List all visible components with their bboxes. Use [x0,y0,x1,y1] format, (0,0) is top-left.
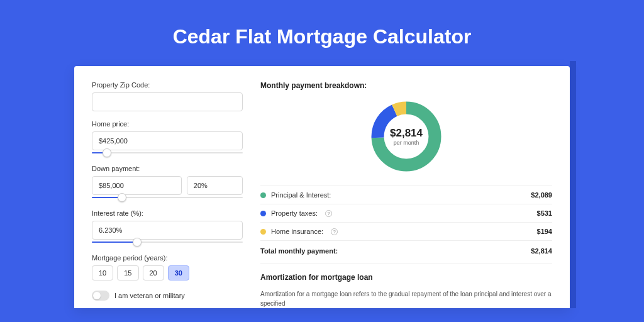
field-down-payment: Down payment: [92,165,243,201]
zip-input[interactable] [92,92,243,111]
total-value: $2,814 [531,247,552,255]
period-button-20[interactable]: 20 [143,265,164,280]
breakdown-panel: Monthly payment breakdown: $2,814 per mo… [260,81,552,308]
period-button-30[interactable]: 30 [168,265,189,280]
home-price-input[interactable] [92,131,243,150]
down-payment-slider[interactable] [92,194,243,201]
zip-label: Property Zip Code: [92,81,243,89]
donut-amount: $2,814 [390,127,423,140]
legend-label: Principal & Interest: [271,191,331,199]
legend-dot-icon [260,192,266,198]
home-price-label: Home price: [92,120,243,128]
down-payment-input[interactable] [92,176,182,195]
legend-row: Home insurance:?$194 [260,223,552,241]
legend-row: Property taxes:?$531 [260,204,552,223]
breakdown-title: Monthly payment breakdown: [260,81,552,90]
amort-text: Amortization for a mortgage loan refers … [260,289,552,308]
field-period: Mortgage period (years): 10152030 [92,254,243,280]
field-home-price: Home price: [92,120,243,156]
interest-input[interactable] [92,221,243,240]
total-row: Total monthly payment: $2,814 [260,241,552,264]
page-title: Cedar Flat Mortgage Calculator [0,25,644,48]
help-icon[interactable]: ? [325,210,332,217]
help-icon[interactable]: ? [331,228,338,235]
interest-slider[interactable] [92,239,243,245]
period-button-10[interactable]: 10 [92,265,113,280]
legend-value: $194 [537,228,552,235]
down-payment-pct-input[interactable] [187,176,243,195]
legend-label: Property taxes: [271,209,318,217]
field-interest: Interest rate (%): [92,209,243,245]
form-panel: Property Zip Code: Home price: Down paym… [92,81,243,308]
legend-value: $531 [537,209,552,217]
legend-dot-icon [260,211,266,216]
home-price-slider[interactable] [92,150,243,156]
veteran-row: I am veteran or military [92,291,243,301]
veteran-toggle[interactable] [92,291,109,301]
field-zip: Property Zip Code: [92,81,243,111]
period-button-15[interactable]: 15 [117,265,138,280]
donut-sub: per month [394,140,419,146]
down-payment-label: Down payment: [92,165,243,172]
legend-label: Home insurance: [271,228,323,235]
interest-label: Interest rate (%): [92,209,243,217]
legend-row: Principal & Interest:$2,089 [260,186,552,204]
legend-value: $2,089 [531,191,552,199]
breakdown-legend: Principal & Interest:$2,089Property taxe… [260,186,552,241]
period-label: Mortgage period (years): [92,254,243,262]
donut-chart: $2,814 per month [260,99,552,174]
amort-title: Amortization for mortgage loan [260,273,552,282]
veteran-label: I am veteran or military [114,292,185,299]
legend-dot-icon [260,229,266,235]
total-label: Total monthly payment: [260,247,338,255]
calculator-card: Property Zip Code: Home price: Down paym… [74,66,570,308]
amortization-section: Amortization for mortgage loan Amortizat… [260,264,552,308]
